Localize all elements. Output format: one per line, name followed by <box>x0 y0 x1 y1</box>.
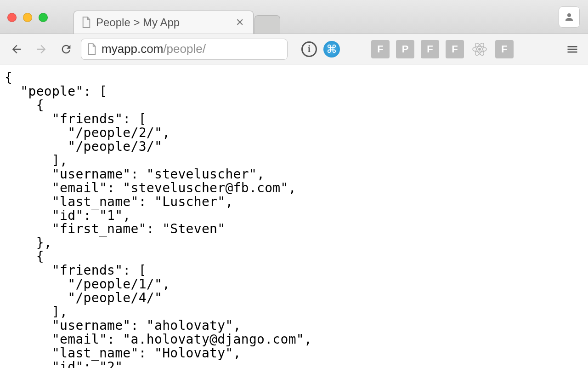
address-path: /people/ <box>163 42 206 56</box>
minimize-window-button[interactable] <box>23 13 32 22</box>
file-icon <box>87 43 97 55</box>
new-tab-button[interactable] <box>254 15 280 34</box>
menu-button[interactable] <box>563 40 582 58</box>
extension-badge[interactable]: F <box>421 40 439 58</box>
extension-badge[interactable]: F <box>371 40 390 58</box>
extension-badge[interactable]: F <box>495 40 514 58</box>
page-content: { "people": [ { "friends": [ "/people/2/… <box>0 64 588 368</box>
svg-point-0 <box>479 48 481 50</box>
tab-title: People > My App <box>96 16 234 29</box>
extension-command-icon[interactable]: ⌘ <box>323 41 340 58</box>
extension-placeholder[interactable] <box>346 40 365 58</box>
extension-badge[interactable]: F <box>446 40 464 58</box>
json-response-body: { "people": [ { "friends": [ "/people/2/… <box>5 71 583 368</box>
address-bar-text: myapp.com/people/ <box>102 42 206 56</box>
extension-info-icon[interactable]: i <box>301 41 317 57</box>
file-icon <box>81 17 91 29</box>
window-tab-strip: People > My App ✕ <box>0 0 588 34</box>
extension-badge[interactable]: P <box>396 40 414 58</box>
back-button[interactable] <box>6 39 27 59</box>
maximize-window-button[interactable] <box>39 13 48 22</box>
window-controls <box>7 13 48 22</box>
close-tab-button[interactable]: ✕ <box>234 15 246 30</box>
extension-react-icon[interactable] <box>470 40 489 58</box>
browser-tab-active[interactable]: People > My App ✕ <box>74 11 254 34</box>
close-window-button[interactable] <box>7 13 17 22</box>
reload-button[interactable] <box>56 39 76 59</box>
extensions-row: i ⌘ F P F F F <box>301 40 514 58</box>
forward-button[interactable] <box>31 39 51 59</box>
profile-button[interactable] <box>559 6 580 28</box>
browser-toolbar: myapp.com/people/ i ⌘ F P F F F <box>0 34 588 64</box>
address-bar[interactable]: myapp.com/people/ <box>81 39 288 60</box>
address-host: myapp.com <box>102 42 163 56</box>
